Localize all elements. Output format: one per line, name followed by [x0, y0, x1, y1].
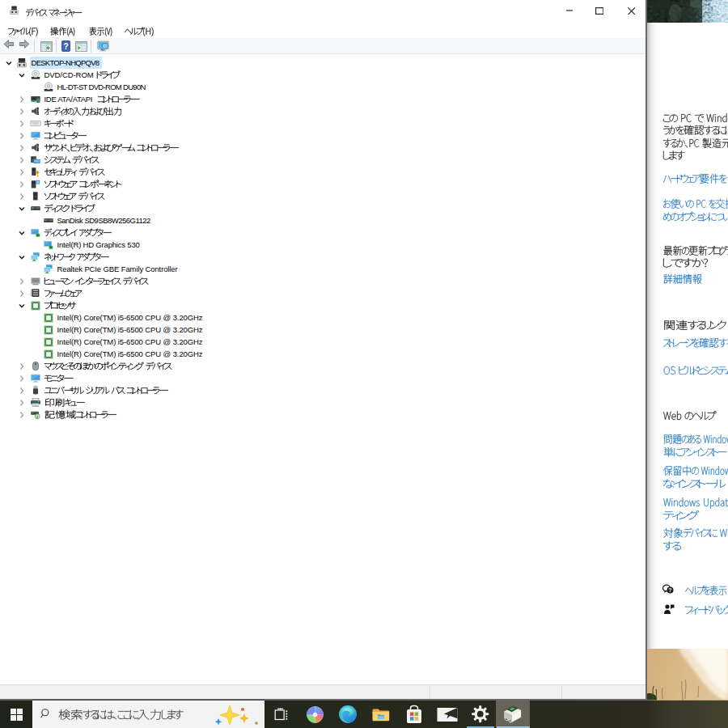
svg-text:?: ? — [668, 587, 671, 593]
svg-text:?: ? — [63, 42, 68, 51]
